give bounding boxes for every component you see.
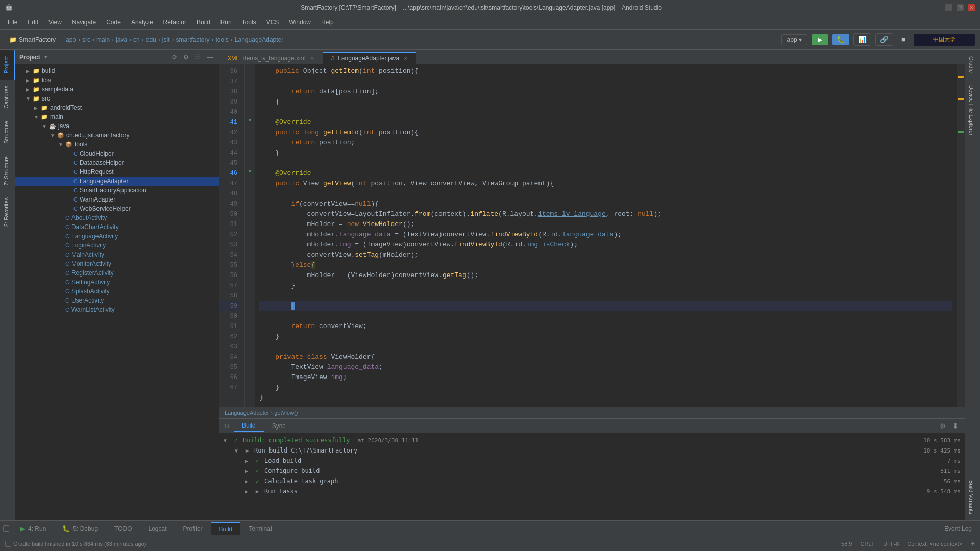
bc-app[interactable]: app	[66, 36, 76, 43]
tree-item-libs[interactable]: ▶ 📁 libs	[15, 76, 219, 85]
menu-refactor[interactable]: Refactor	[158, 17, 191, 28]
build-row-runtasks[interactable]: ▶ Run tasks 9 s 548 ms	[219, 486, 965, 496]
tree-item-src[interactable]: ▼ 📁 src	[15, 94, 219, 103]
bc-getview[interactable]: getView()	[274, 410, 298, 416]
tree-item-tools[interactable]: ▼ 📦 tools	[15, 140, 219, 149]
menu-run[interactable]: Run	[215, 17, 237, 28]
tree-item-useractivity[interactable]: C UserActivity	[15, 296, 219, 305]
tree-item-warnlistactivity[interactable]: C WarnListActivity	[15, 305, 219, 314]
cursor-position[interactable]: 58:9	[841, 541, 852, 547]
menu-window[interactable]: Window	[284, 17, 316, 28]
minimize-button[interactable]: —	[945, 4, 952, 11]
expand-load[interactable]	[245, 458, 253, 464]
bc-edu[interactable]: edu	[146, 36, 156, 43]
tab-items-xml[interactable]: XML items_lv_language.xml ✕	[219, 52, 323, 64]
structure-tab[interactable]: Structure	[0, 115, 15, 150]
menu-tools[interactable]: Tools	[237, 17, 261, 28]
tree-item-languageadapter[interactable]: C LanguageAdapter	[15, 177, 219, 186]
tree-item-mainactivity[interactable]: C MainActivity	[15, 250, 219, 259]
menu-vcs[interactable]: VCS	[261, 17, 284, 28]
tree-item-cloudhelper[interactable]: C CloudHelper	[15, 149, 219, 158]
cursor-line[interactable]: |	[259, 301, 952, 311]
expand-configure[interactable]	[245, 468, 253, 474]
maximize-button[interactable]: □	[957, 4, 964, 11]
close-button[interactable]: ✕	[968, 4, 975, 11]
tool-tab-run[interactable]: ▶ 4: Run	[12, 523, 54, 534]
tree-item-wshelper[interactable]: C WebServiceHelper	[15, 204, 219, 213]
panel-sync-btn[interactable]: ⟳	[170, 53, 179, 62]
build-row-configure[interactable]: ✓ Configure build 811 ms	[219, 466, 965, 476]
device-file-tab[interactable]: Device File Explorer	[965, 79, 980, 141]
project-tab[interactable]: Project	[0, 50, 15, 80]
bc-language-adapter[interactable]: LanguageAdapter	[235, 36, 283, 43]
expand-runtasks[interactable]	[245, 489, 253, 494]
encoding[interactable]: UTF-8	[883, 541, 899, 547]
tree-item-build[interactable]: ▶ 📁 build	[15, 66, 219, 76]
code-content[interactable]: public Object getItem(int position){ ret…	[255, 64, 957, 407]
build-panel-actions[interactable]: ↑↓	[219, 420, 234, 432]
project-selector[interactable]: 📁 SmartFactory	[5, 34, 60, 45]
expand-main[interactable]	[224, 438, 232, 443]
bc-smartfactory[interactable]: smartfactory	[176, 36, 209, 43]
tree-item-registeractivity[interactable]: C RegisterActivity	[15, 268, 219, 278]
tab-close-xml[interactable]: ✕	[310, 55, 314, 62]
profile-button[interactable]: 📊	[853, 33, 871, 46]
build-row-load[interactable]: ✓ Load build 7 ms	[219, 456, 965, 466]
bc-tools[interactable]: tools	[215, 36, 228, 43]
tool-tab-debug[interactable]: 🐛 5: Debug	[54, 523, 106, 534]
tree-item-splashactivity[interactable]: C SplashActivity	[15, 287, 219, 296]
tree-item-sampledata[interactable]: ▶ 📁 sampledata	[15, 85, 219, 94]
tab-sync[interactable]: Sync	[264, 420, 294, 432]
tree-item-aboutactivity[interactable]: C AboutActivity	[15, 213, 219, 222]
build-filter-btn[interactable]: ⬇	[950, 421, 961, 431]
menu-navigate[interactable]: Navigate	[67, 17, 101, 28]
bc-src[interactable]: src	[82, 36, 90, 43]
build-row-run[interactable]: ▶ Run build C:\T7\SmartFactory 10 s 425 …	[219, 445, 965, 456]
panel-gear-btn[interactable]: ⚙	[181, 53, 191, 62]
favorites-tab[interactable]: 2: Favorites	[0, 191, 15, 233]
menu-view[interactable]: View	[43, 17, 67, 28]
menu-analyze[interactable]: Analyze	[126, 17, 158, 28]
stop-button[interactable]: ■	[897, 34, 910, 45]
menu-edit[interactable]: Edit	[22, 17, 43, 28]
tab-close-java[interactable]: ✕	[403, 55, 408, 62]
tool-tab-terminal[interactable]: Terminal	[240, 523, 280, 534]
tree-item-package[interactable]: ▼ 📦 cn.edu.jsit.smartfactory	[15, 131, 219, 140]
bc-java[interactable]: java	[116, 36, 127, 43]
panel-minimize-btn[interactable]: —	[205, 53, 215, 62]
bc-jsit[interactable]: jsit	[162, 36, 170, 43]
expand-run[interactable]	[235, 448, 243, 454]
menu-code[interactable]: Code	[101, 17, 126, 28]
build-variants-tab[interactable]: Build Variants	[965, 474, 980, 520]
tree-item-datachartactivity[interactable]: C DataChartActivity	[15, 222, 219, 232]
bc-languageadapter[interactable]: LanguageAdapter	[225, 410, 269, 416]
bc-cn[interactable]: cn	[133, 36, 140, 43]
build-row-taskgraph[interactable]: ✓ Calculate task graph 56 ms	[219, 476, 965, 486]
bc-main[interactable]: main	[96, 36, 110, 43]
tool-tab-profiler[interactable]: Profiler	[175, 523, 211, 534]
menu-help[interactable]: Help	[316, 17, 339, 28]
tree-item-warnadapter[interactable]: C WarnAdapter	[15, 195, 219, 204]
menu-build[interactable]: Build	[191, 17, 215, 28]
tree-item-languageactivity[interactable]: C LanguageActivity	[15, 232, 219, 241]
line-ending[interactable]: CRLF	[860, 541, 875, 547]
layout-icon-status[interactable]: ⊞	[970, 540, 975, 547]
panel-layout-btn[interactable]: ☰	[193, 53, 203, 62]
build-row-main[interactable]: ✓ Build: completed successfully at 2020/…	[219, 435, 965, 445]
tree-item-androidtest[interactable]: ▶ 📁 androidTest	[15, 103, 219, 112]
tree-item-sfa[interactable]: C SmartFactoryApplication	[15, 186, 219, 195]
run-config-selector[interactable]: app ▾	[781, 34, 807, 45]
tree-item-dbhelper[interactable]: C DatabaseHelper	[15, 158, 219, 167]
build-settings-btn[interactable]: ⚙	[938, 421, 948, 431]
expand-taskgraph[interactable]	[245, 479, 253, 484]
tool-tab-build[interactable]: Build	[211, 522, 241, 535]
tree-item-httprequest[interactable]: C HttpRequest	[15, 167, 219, 177]
tool-tab-eventlog[interactable]: Event Log	[936, 523, 980, 534]
tool-tab-logcat[interactable]: Logcat	[140, 523, 175, 534]
tree-item-settingactivity[interactable]: C SettingActivity	[15, 278, 219, 287]
code-editor[interactable]: 36 37 38 39 40 41 42 43 44 45 46 47 48 4…	[219, 64, 965, 407]
tab-language-adapter[interactable]: J LanguageAdapter.java ✕	[323, 52, 417, 64]
tree-item-java[interactable]: ▼ ☕ java	[15, 121, 219, 131]
debug-button[interactable]: 🐛	[832, 34, 849, 45]
z-structure-tab[interactable]: Z: Structure	[0, 150, 15, 191]
